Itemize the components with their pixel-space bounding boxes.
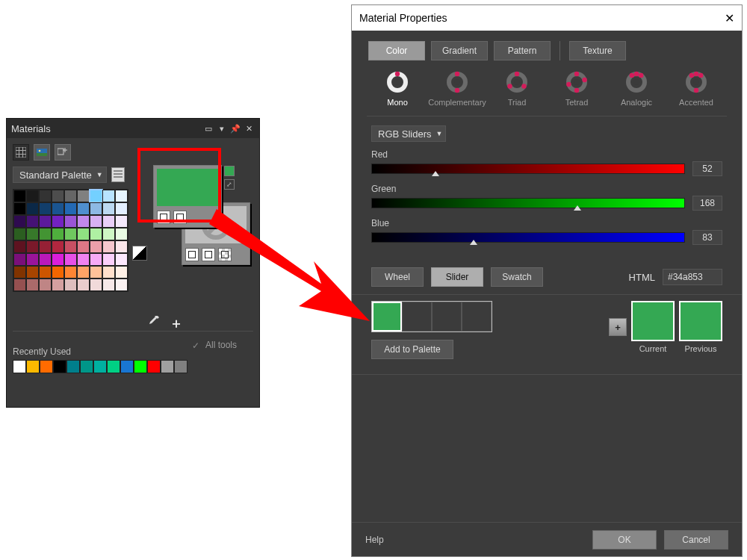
recent-swatch[interactable] — [80, 360, 93, 373]
view-swatch-button[interactable]: Swatch — [491, 267, 543, 287]
swatch[interactable] — [52, 190, 64, 202]
swatch[interactable] — [102, 190, 115, 202]
swatch[interactable] — [115, 190, 128, 202]
html-input[interactable] — [663, 269, 722, 285]
add-to-palette-button[interactable]: Add to Palette — [371, 340, 453, 359]
palette-slot-4[interactable] — [462, 302, 492, 332]
maximize-icon[interactable]: ▭ — [202, 122, 214, 134]
swatch[interactable] — [52, 240, 64, 253]
tab-texture[interactable]: Texture — [569, 41, 626, 60]
palette-slot-3[interactable] — [432, 302, 462, 332]
recent-swatch[interactable] — [26, 360, 40, 373]
swatch[interactable] — [39, 253, 52, 266]
close-icon[interactable]: ✕ — [243, 122, 255, 134]
recent-swatch[interactable] — [13, 360, 26, 373]
swatch[interactable] — [90, 240, 102, 253]
swatch[interactable] — [77, 215, 90, 228]
swatch[interactable] — [39, 240, 52, 253]
swatch[interactable] — [52, 253, 64, 266]
red-slider[interactable] — [371, 164, 685, 174]
swatch[interactable] — [77, 190, 90, 202]
recent-swatch[interactable] — [147, 360, 161, 373]
swatch[interactable] — [39, 279, 52, 291]
swatch[interactable] — [102, 240, 115, 253]
recent-swatch[interactable] — [93, 360, 107, 373]
swatch[interactable] — [52, 228, 64, 240]
swatch[interactable] — [64, 253, 77, 266]
swatch[interactable] — [102, 279, 115, 291]
swatch[interactable] — [115, 202, 128, 215]
dropdown-icon[interactable]: ▾ — [216, 122, 228, 134]
swatch[interactable] — [39, 215, 52, 228]
swatch[interactable] — [26, 266, 39, 279]
swatch[interactable] — [26, 202, 39, 215]
view-wheel-button[interactable]: Wheel — [371, 267, 424, 287]
swatch[interactable] — [26, 253, 39, 266]
harmony-tetrad[interactable]: Tetrad — [551, 69, 603, 107]
swatch[interactable] — [77, 253, 90, 266]
swatch[interactable] — [39, 190, 52, 202]
blue-value[interactable]: 83 — [692, 230, 722, 245]
swatch[interactable] — [115, 228, 128, 240]
tab-gradient[interactable]: Gradient — [431, 41, 488, 60]
swatch[interactable] — [64, 279, 77, 291]
recent-swatch[interactable] — [161, 360, 174, 373]
tab-pattern[interactable]: Pattern — [494, 41, 551, 60]
swatch[interactable] — [13, 240, 26, 253]
view-slider-button[interactable]: Slider — [431, 267, 483, 287]
stroke-subswatch[interactable] — [157, 211, 170, 224]
swatch[interactable] — [52, 279, 64, 291]
swatch[interactable] — [64, 266, 77, 279]
palette-combo[interactable]: Standard Palette ▼ — [13, 167, 107, 183]
swatch[interactable] — [13, 228, 26, 240]
swatch[interactable] — [13, 253, 26, 266]
bg-transparent-subswatch[interactable] — [218, 248, 232, 261]
swatch[interactable] — [90, 279, 102, 291]
eyedropper-icon[interactable] — [147, 314, 161, 332]
recent-swatch[interactable] — [120, 360, 134, 373]
recent-swatch[interactable] — [107, 360, 120, 373]
green-slider[interactable] — [371, 198, 685, 208]
swatch[interactable] — [13, 215, 26, 228]
recent-swatch[interactable] — [134, 360, 147, 373]
swatch[interactable] — [52, 215, 64, 228]
swatch[interactable] — [52, 266, 64, 279]
green-value[interactable]: 168 — [692, 196, 722, 211]
swatch[interactable] — [90, 266, 102, 279]
swatch[interactable] — [52, 202, 64, 215]
tab-color[interactable]: Color — [368, 41, 425, 60]
recent-swatches[interactable] — [13, 360, 253, 373]
slider-mode-combo[interactable]: RGB Sliders ▼ — [371, 125, 446, 142]
swatch[interactable] — [64, 202, 77, 215]
cancel-button[interactable]: Cancel — [664, 530, 728, 550]
swatch[interactable] — [102, 228, 115, 240]
palette-slot-1[interactable] — [372, 302, 402, 332]
swatch[interactable] — [115, 253, 128, 266]
swatch[interactable] — [115, 215, 128, 228]
swatch[interactable] — [77, 279, 90, 291]
add-color-icon[interactable]: ＋ — [170, 314, 183, 332]
swatch[interactable] — [90, 215, 102, 228]
swatch[interactable] — [102, 266, 115, 279]
swap-fg-bg-button[interactable] — [132, 246, 147, 261]
harmony-mono[interactable]: Mono — [371, 69, 424, 107]
swatch[interactable] — [115, 240, 128, 253]
swatch[interactable] — [39, 228, 52, 240]
palette-slots[interactable] — [371, 301, 492, 332]
swatch-grid[interactable] — [13, 189, 128, 292]
swatch[interactable] — [39, 266, 52, 279]
fg-expand-icon[interactable]: ⤢ — [224, 179, 235, 190]
add-swatch-button[interactable] — [55, 144, 71, 161]
bg-stroke-subswatch[interactable] — [185, 248, 199, 261]
swatch[interactable] — [115, 266, 128, 279]
harmony-complementary[interactable]: Complementary — [431, 69, 483, 107]
swatch[interactable] — [26, 228, 39, 240]
swatch[interactable] — [64, 215, 77, 228]
swatch[interactable] — [77, 202, 90, 215]
swatch[interactable] — [77, 228, 90, 240]
swatch[interactable] — [26, 279, 39, 291]
red-value[interactable]: 52 — [692, 161, 722, 176]
pin-icon[interactable]: 📌 — [229, 122, 241, 134]
swatch[interactable] — [64, 240, 77, 253]
swatch-view-button[interactable] — [13, 144, 29, 161]
